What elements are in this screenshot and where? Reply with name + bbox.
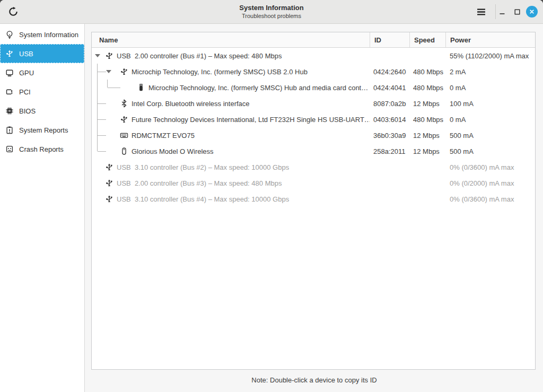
minimize-icon: [498, 7, 506, 16]
mouse-icon: [120, 147, 128, 155]
table-row[interactable]: Future Technology Devices International,…: [92, 111, 535, 127]
table-row[interactable]: Intel Corp. Bluetooth wireless interface…: [92, 95, 535, 111]
device-name: Intel Corp. Bluetooth wireless interface: [132, 100, 250, 108]
device-speed: 480 Mbps: [413, 116, 443, 124]
close-icon: [526, 6, 538, 18]
footer-note: Note: Double-click a device to copy its …: [85, 376, 543, 384]
device-name: USB 3.10 controller (Bus #4) – Max speed…: [117, 195, 289, 203]
tree-guide-line: [98, 135, 106, 136]
maximize-icon: [513, 8, 521, 16]
sidebar-item-gpu[interactable]: GPU: [0, 63, 84, 82]
table-row[interactable]: RDMCTMZT EVO75 36b0:30a9 12 Mbps 500 mA: [92, 127, 535, 143]
tree-guide-line: [97, 143, 98, 151]
device-power: 100 mA: [450, 100, 474, 108]
usb-device-table: Name ID Speed Power USB 2.00 controller …: [91, 32, 536, 370]
table-row[interactable]: USB 3.10 controller (Bus #4) – Max speed…: [92, 191, 535, 207]
column-header-name[interactable]: Name: [92, 32, 370, 47]
device-power: 0% (0/3600) mA max: [450, 163, 514, 171]
name-cell: USB 2.00 controller (Bus #1) – Max speed…: [92, 48, 370, 64]
device-id: 36b0:30a9: [373, 132, 406, 140]
table-header: Name ID Speed Power: [92, 32, 535, 48]
column-header-power[interactable]: Power: [445, 32, 535, 47]
table-row[interactable]: USB 2.00 controller (Bus #1) – Max speed…: [92, 48, 535, 64]
name-cell: Microchip Technology, Inc. (formerly SMS…: [92, 80, 370, 95]
bluetooth-icon: [120, 99, 128, 108]
sidebar-item-crash-reports[interactable]: Crash Reports: [0, 140, 84, 159]
device-power: 0 mA: [450, 116, 466, 124]
usb-icon: [105, 51, 113, 60]
sidebar-item-bios[interactable]: BIOS: [0, 101, 84, 120]
device-speed: 12 Mbps: [413, 132, 440, 140]
usb-icon: [105, 195, 113, 203]
table-row[interactable]: Microchip Technology, Inc. (formerly SMS…: [92, 64, 535, 80]
device-power: 55% (1102/2000) mA max: [450, 52, 529, 60]
tree-guide-line: [98, 151, 106, 152]
titlebar[interactable]: System Information Troubleshoot problems: [0, 0, 543, 24]
device-power: 500 mA: [450, 147, 474, 155]
device-name: USB 2.00 controller (Bus #3) – Max speed…: [117, 179, 282, 187]
table-row[interactable]: USB 2.00 controller (Bus #3) – Max speed…: [92, 175, 535, 191]
expander-triangle-icon[interactable]: [95, 54, 100, 57]
device-name: Microchip Technology, Inc. (formerly SMS…: [148, 84, 368, 92]
name-cell: Glorious Model O Wireless: [92, 143, 370, 159]
device-speed: 12 Mbps: [413, 100, 440, 108]
minimize-button[interactable]: [494, 4, 510, 20]
column-header-speed[interactable]: Speed: [409, 32, 445, 47]
app-window: System Information Troubleshoot problems…: [0, 0, 543, 392]
name-cell: Future Technology Devices International,…: [92, 111, 370, 127]
sidebar-item-label: System Reports: [19, 126, 68, 134]
table-row[interactable]: Glorious Model O Wireless 258a:2011 12 M…: [92, 143, 535, 159]
expander-triangle-icon[interactable]: [106, 70, 111, 73]
name-cell: RDMCTMZT EVO75: [92, 127, 370, 143]
sidebar-item-label: Crash Reports: [19, 145, 64, 153]
tree-guide-line: [98, 72, 106, 72]
window-subtitle: Troubleshoot problems: [0, 12, 543, 20]
usb-icon: [120, 67, 128, 76]
name-cell: USB 2.00 controller (Bus #3) – Max speed…: [92, 175, 370, 191]
device-power: 0% (0/3600) mA max: [450, 195, 514, 203]
table-row[interactable]: USB 3.10 controller (Bus #2) – Max speed…: [92, 159, 535, 175]
device-id: 0424:4041: [373, 84, 406, 92]
close-button[interactable]: [524, 4, 540, 20]
chip-icon: [5, 107, 14, 115]
sidebar-item-label: USB: [19, 50, 33, 58]
tree-guide-line: [108, 88, 120, 88]
tree-guide-line: [107, 80, 108, 88]
sidebar-item-usb[interactable]: USB: [0, 44, 84, 63]
usb-icon: [120, 115, 128, 124]
window-title: System Information: [0, 3, 543, 12]
sidebar-item-system-reports[interactable]: System Reports: [0, 120, 84, 140]
monitor-icon: [5, 68, 14, 77]
tree-guide-line: [98, 119, 106, 120]
device-id: 0424:2640: [373, 68, 406, 76]
sidebar-item-system-information[interactable]: System Information: [0, 25, 84, 44]
menu-button[interactable]: [473, 4, 489, 20]
usb-icon: [105, 163, 113, 171]
device-id: 258a:2011: [373, 147, 406, 155]
device-power: 0 mA: [450, 84, 466, 92]
usb-icon: [105, 179, 113, 187]
device-name: Microchip Technology, Inc. (formerly SMS…: [132, 68, 308, 76]
device-speed: 480 Mbps: [413, 68, 443, 76]
tree-guide-line: [98, 103, 106, 104]
table-body: USB 2.00 controller (Bus #1) – Max speed…: [92, 48, 535, 207]
usb-icon: [5, 49, 14, 58]
name-cell: Intel Corp. Bluetooth wireless interface: [92, 95, 370, 111]
device-power: 2 mA: [450, 68, 466, 76]
maximize-button[interactable]: [509, 4, 525, 20]
hamburger-icon: [477, 7, 486, 16]
sidebar-item-label: PCI: [19, 88, 31, 96]
device-power: 0% (0/2000) mA max: [450, 179, 514, 187]
refresh-button[interactable]: [5, 4, 21, 20]
device-power: 500 mA: [450, 132, 474, 140]
device-name: Future Technology Devices International,…: [132, 116, 370, 124]
column-header-id[interactable]: ID: [370, 32, 409, 47]
sidebar-item-pci[interactable]: PCI: [0, 82, 84, 101]
usbstick-icon: [137, 83, 145, 92]
main-panel: Name ID Speed Power USB 2.00 controller …: [85, 24, 543, 392]
device-name: RDMCTMZT EVO75: [132, 132, 195, 140]
table-row[interactable]: Microchip Technology, Inc. (formerly SMS…: [92, 80, 535, 95]
sidebar: System Information USB GPU PCI BIOS Syst…: [0, 24, 85, 392]
name-cell: USB 3.10 controller (Bus #2) – Max speed…: [92, 159, 370, 175]
device-name: USB 2.00 controller (Bus #1) – Max speed…: [117, 52, 282, 60]
